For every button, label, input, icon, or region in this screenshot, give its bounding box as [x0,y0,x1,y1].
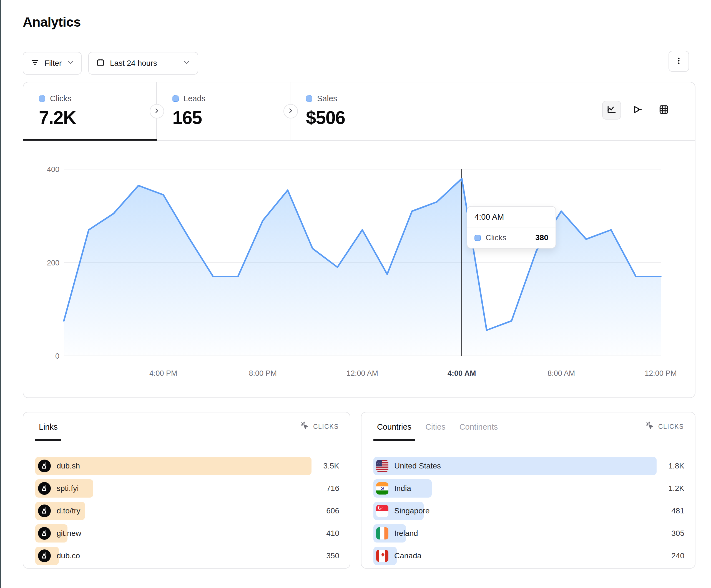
clicks-legend-swatch [39,95,45,102]
countries-panel: Countries Cities Continents CLICKS Unite… [361,412,695,569]
row-label: Canada [394,551,422,560]
list-item[interactable]: India1.2K [373,479,684,498]
analytics-chart-card: Clicks 7.2K Leads 165 Sales $506 [23,82,695,398]
expand-clicks-button[interactable] [150,104,164,118]
dub-logo-icon [38,504,51,517]
more-menu-button[interactable] [669,51,689,72]
line-chart-icon [606,104,617,116]
row-value: 481 [656,506,684,515]
list-item[interactable]: dub.co350 [35,547,339,565]
filter-lines-icon [30,58,39,69]
flag-us-icon [376,460,388,472]
chevron-down-icon [67,59,74,68]
dub-logo-icon [38,459,51,472]
filter-button[interactable]: Filter [23,52,82,75]
table-grid-icon [659,104,669,116]
row-label: Ireland [394,529,418,538]
list-item[interactable]: Ireland305 [373,524,684,543]
list-item[interactable]: spti.fyi716 [35,479,339,498]
list-item[interactable]: d.to/try606 [35,502,339,520]
sales-value: $506 [306,107,424,128]
dub-logo-icon [38,527,51,540]
row-label: United States [394,461,441,470]
dub-logo-icon [38,549,51,562]
view-toggle-funnel-chart[interactable] [628,101,647,119]
row-label: dub.co [57,551,80,560]
leads-legend-swatch [172,95,179,102]
links-metric-selector[interactable]: CLICKS [300,412,339,441]
tab-clicks[interactable]: Clicks 7.2K [23,82,157,140]
list-item[interactable]: United States1.8K [373,457,684,475]
row-label: git.new [57,529,81,538]
svg-text:200: 200 [47,259,59,267]
tab-links[interactable]: Links [35,412,61,441]
leads-tab-label: Leads [184,94,206,103]
row-label: Singapore [394,506,430,515]
flag-ie-icon [376,527,388,540]
row-value: 1.8K [656,461,684,470]
dub-logo-icon [38,482,51,495]
svg-text:8:00 AM: 8:00 AM [547,369,575,378]
svg-text:4:00 AM: 4:00 AM [448,369,476,378]
row-value: 305 [656,529,684,538]
list-item[interactable]: Canada240 [373,547,684,565]
svg-text:12:00 AM: 12:00 AM [346,369,378,378]
flag-sg-icon [376,505,388,517]
date-range-label: Last 24 hours [110,59,157,68]
row-value: 1.2K [656,484,684,493]
tooltip-series-swatch [474,235,481,241]
row-value: 410 [311,529,339,538]
time-series-chart[interactable]: 02004004:00 PM8:00 PM12:00 AM4:00 AM8:00… [23,140,695,398]
stats-tab-bar: Clicks 7.2K Leads 165 Sales $506 [23,82,695,141]
view-toggle-line-chart[interactable] [602,101,621,119]
row-value: 606 [311,506,339,515]
row-value: 350 [311,551,339,560]
chevron-down-icon [183,59,191,68]
list-item[interactable]: git.new410 [35,524,339,543]
row-value: 3.5K [311,461,339,470]
countries-metric-selector[interactable]: CLICKS [645,412,684,441]
svg-text:400: 400 [47,165,59,174]
row-label: India [394,484,411,493]
tab-continents[interactable]: Continents [456,412,502,441]
tab-leads[interactable]: Leads 165 [157,82,290,140]
cursor-click-icon [300,421,309,432]
countries-metric-label: CLICKS [658,423,684,430]
chevron-right-icon [287,107,294,115]
tooltip-series-value: 380 [535,233,548,242]
sales-tab-label: Sales [317,94,337,103]
row-value: 716 [311,484,339,493]
funnel-chart-icon [632,104,643,116]
svg-text:0: 0 [55,352,59,360]
links-panel: Links CLICKS dub.sh3.5Kspti.fyi716d.to/t… [23,412,350,569]
chevron-right-icon [153,107,160,115]
sidebar-edge [0,0,1,588]
date-range-button[interactable]: Last 24 hours [88,52,198,75]
tab-sales[interactable]: Sales $506 [290,82,424,140]
leads-value: 165 [172,107,290,128]
list-item[interactable]: dub.sh3.5K [35,457,339,475]
tab-countries[interactable]: Countries [373,412,415,441]
row-value: 240 [656,551,684,560]
clicks-tab-label: Clicks [50,94,71,103]
row-label: dub.sh [57,461,80,470]
tooltip-time: 4:00 AM [467,207,556,227]
row-label: d.to/try [57,506,81,515]
chart-view-toggles [602,101,673,119]
calendar-icon [96,58,105,69]
svg-text:12:00 PM: 12:00 PM [645,369,677,378]
cursor-click-icon [645,421,655,432]
page-title: Analytics [23,15,81,30]
row-label: spti.fyi [57,484,79,493]
expand-leads-button[interactable] [283,104,298,118]
filter-button-label: Filter [44,59,62,68]
chart-tooltip: 4:00 AM Clicks 380 [467,206,556,249]
flag-ca-icon [376,550,388,562]
svg-text:8:00 PM: 8:00 PM [249,369,277,378]
view-toggle-table[interactable] [654,101,673,119]
tab-cities[interactable]: Cities [422,412,449,441]
links-metric-label: CLICKS [313,423,339,430]
flag-in-icon [376,482,388,495]
list-item[interactable]: Singapore481 [373,502,684,520]
sales-legend-swatch [306,95,312,102]
